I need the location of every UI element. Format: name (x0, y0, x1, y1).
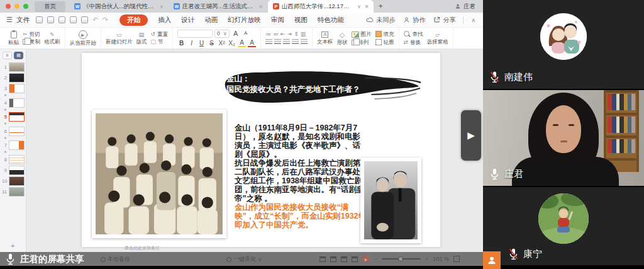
tab-home[interactable]: 首页 (35, 1, 65, 12)
layout-button[interactable]: ▤ 版式 (136, 32, 147, 45)
participant-tile-2[interactable]: 庄君 (483, 90, 644, 186)
share-button[interactable]: 分享 (433, 16, 455, 25)
selection-pane-button[interactable]: ▱ 选择窗格 (427, 32, 448, 45)
tab-document-1[interactable]: W 《中国合伙人...的现代性映寓 ∨ (69, 0, 169, 13)
line-spacing-icon[interactable]: ⇕ (294, 31, 299, 37)
strikethrough-button[interactable]: S (208, 40, 216, 47)
export-pdf-icon[interactable] (58, 16, 65, 23)
redo-icon[interactable]: ↷ (103, 16, 108, 24)
zoom-in-icon[interactable]: + (425, 256, 428, 262)
slide-thumbnail-1[interactable]: 1 (0, 62, 26, 72)
participant-tile-1[interactable]: 南建伟 (483, 0, 644, 89)
increase-indent-icon[interactable]: ⇥ (287, 31, 292, 37)
font-color-button[interactable]: A (248, 40, 256, 47)
zoom-out-icon[interactable]: − (374, 256, 377, 262)
collapse-panel-button[interactable]: ▶ (461, 110, 481, 161)
maximize-window-icon[interactable] (23, 4, 28, 9)
local-backup-status[interactable]: 本地备份 (101, 255, 130, 263)
copy-button[interactable]: 复制 (23, 39, 40, 45)
slide-thumbnail-3[interactable]: 3 (0, 84, 26, 93)
underline-button[interactable]: U (197, 40, 206, 47)
ribbon-tab-features[interactable]: 特色功能 (318, 16, 344, 25)
new-tab-button[interactable]: + (374, 2, 388, 11)
find-button[interactable]: 查找 (404, 31, 423, 38)
new-slide-button[interactable]: ▭ 新建幻灯片 (106, 32, 133, 45)
add-slide-button[interactable]: + (0, 243, 26, 249)
play-from-current-button[interactable]: ▶ 从当前开始 (70, 30, 97, 46)
zoom-slider[interactable] (382, 258, 421, 260)
decrease-indent-icon[interactable]: ⇤ (280, 31, 286, 37)
ribbon-tab-view[interactable]: 视图 (294, 16, 308, 25)
picture-button[interactable]: 图片 (352, 31, 372, 38)
outline-button[interactable]: 轮廓 (375, 39, 394, 45)
font-size-select[interactable]: 0∨ (214, 30, 230, 38)
italic-button[interactable]: I (187, 40, 196, 47)
slide-thumbnail-7[interactable]: 7 (0, 140, 26, 150)
reading-view-icon[interactable] (341, 256, 347, 262)
chevron-down-icon[interactable]: ∨ (160, 4, 164, 9)
chevron-down-icon[interactable]: ∨ (357, 4, 361, 9)
subscript-button[interactable]: X₂ (228, 40, 236, 47)
align-center-icon[interactable] (274, 39, 281, 45)
notes-placeholder[interactable]: 单击此处添加备注 (125, 245, 160, 251)
slide-thumbnail-6[interactable]: 6 (0, 127, 26, 136)
format-painter-button[interactable]: ✎ 格式刷 (44, 32, 60, 45)
sync-status[interactable]: 未同步 (366, 16, 395, 25)
undo-icon[interactable]: ↶ (92, 16, 98, 24)
superscript-button[interactable]: X² (218, 40, 226, 47)
ribbon-tab-design[interactable]: 设计 (181, 16, 194, 25)
slide-sorter-icon[interactable] (330, 256, 336, 262)
ribbon-tab-home[interactable]: 开始 (119, 14, 148, 26)
slide-view-icon[interactable]: ▤ (14, 52, 23, 59)
ribbon-tab-slideshow[interactable]: 幻灯片放映 (228, 16, 261, 25)
slide-thumbnail-8[interactable]: 8 (0, 155, 26, 164)
justify-icon[interactable] (292, 39, 299, 45)
bold-button[interactable]: B (177, 40, 186, 47)
hamburger-menu-icon[interactable]: ☰ (0, 16, 16, 24)
close-tab-icon[interactable]: × (364, 3, 369, 10)
collaborate-button[interactable]: 协作 (402, 16, 425, 25)
slide-thumbnail-9[interactable]: 9 (0, 166, 26, 175)
slide-thumbnail-5[interactable]: 5 (0, 112, 26, 122)
columns-icon[interactable]: ▥ (301, 31, 306, 37)
font-name-select[interactable] (177, 30, 213, 38)
notes-view-icon[interactable] (352, 256, 358, 262)
close-window-icon[interactable] (6, 4, 11, 9)
chevron-down-icon[interactable]: ∨ (259, 4, 263, 9)
paste-button[interactable]: 粘贴 (8, 31, 19, 45)
normal-view-icon[interactable] (319, 256, 326, 262)
slideshow-play-icon[interactable]: ▶ (362, 255, 370, 263)
slide-thumbnail-2[interactable]: 2 (0, 73, 26, 83)
ribbon-tab-insert[interactable]: 插入 (158, 16, 171, 25)
account-chip[interactable]: 庄君 (455, 3, 483, 11)
fullscreen-icon[interactable] (453, 256, 460, 262)
section-button[interactable]: ▢节 (151, 39, 169, 45)
save-icon[interactable] (47, 16, 54, 23)
distribute-icon[interactable] (301, 39, 308, 45)
participants-badge[interactable] (483, 251, 501, 269)
outline-view-icon[interactable]: ≣ (3, 52, 12, 59)
arrange-button[interactable]: 排列 (352, 40, 372, 45)
slide-thumbnail-4[interactable]: 4 (0, 98, 26, 108)
decrease-font-icon[interactable]: A (242, 31, 250, 36)
increase-font-icon[interactable]: A (231, 30, 240, 37)
ribbon-tab-animation[interactable]: 动画 (204, 16, 218, 25)
zoom-level[interactable]: 101 % (433, 256, 450, 262)
bullets-icon[interactable]: ≔ (265, 31, 271, 37)
tab-document-2[interactable]: W 庄君改王璐芮...生活流式表达 ∨ (169, 0, 268, 13)
ribbon-tab-review[interactable]: 审阅 (271, 16, 284, 25)
align-left-icon[interactable] (265, 39, 272, 45)
slide-thumbnail-11[interactable]: 11 (0, 187, 26, 197)
align-right-icon[interactable] (283, 39, 290, 45)
highlight-color-button[interactable]: A (238, 40, 246, 47)
print-preview-icon[interactable] (81, 16, 88, 23)
slide-thumbnail-10[interactable]: 10 (0, 176, 26, 186)
open-icon[interactable] (36, 16, 43, 23)
collapse-ribbon-icon[interactable]: ∧ (471, 17, 475, 23)
text-box-button[interactable]: A 文本框 (317, 31, 333, 45)
replace-button[interactable]: ⇄替换 (404, 40, 423, 45)
tab-presentation-active[interactable]: P 山西师范大学传...12.17庄君 ∨ × (268, 0, 374, 13)
numbering-icon[interactable]: ≕ (273, 31, 279, 37)
shapes-button[interactable]: ◇ 形状 (337, 31, 348, 45)
participant-tile-3[interactable]: 康宁 (483, 187, 644, 265)
